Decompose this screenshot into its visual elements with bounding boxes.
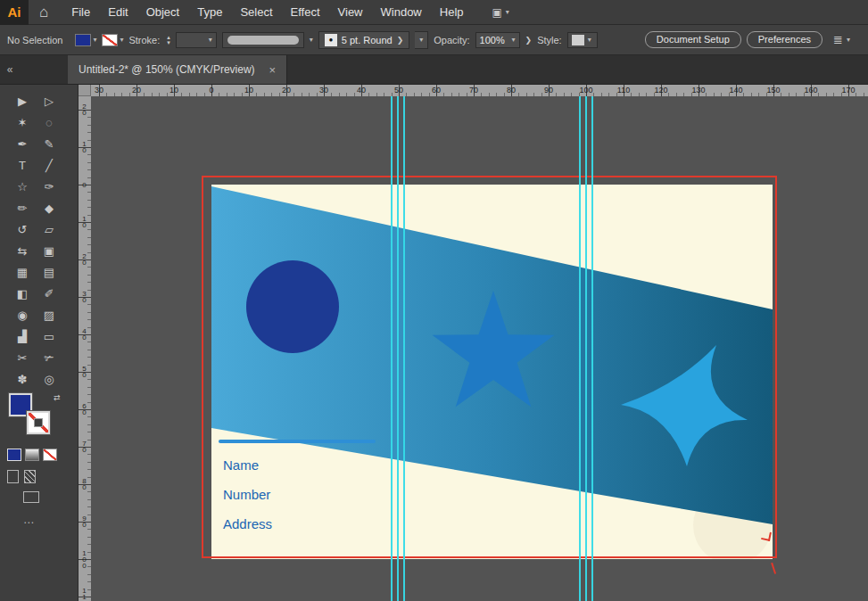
type-tool[interactable]: T bbox=[9, 154, 36, 176]
home-icon[interactable]: ⌂ bbox=[39, 4, 48, 21]
artboard-text-number: Number bbox=[223, 487, 270, 502]
stroke-color-picker[interactable]: ▾ bbox=[102, 34, 123, 46]
h-ruler-label: 20 bbox=[282, 86, 291, 95]
blend-tool[interactable]: ◉ bbox=[9, 304, 36, 325]
pencil-tool[interactable]: ✏ bbox=[9, 197, 36, 218]
align-options[interactable]: ≣ ▾ bbox=[833, 33, 850, 46]
horizontal-ruler[interactable]: 3020100102030405060708090100110120130140… bbox=[79, 85, 868, 96]
style-label: Style: bbox=[537, 35, 562, 45]
more-tools-icon[interactable]: ⋯ bbox=[23, 516, 36, 529]
menu-edit[interactable]: Edit bbox=[99, 0, 136, 25]
v-ruler-label: 5 0 bbox=[79, 366, 90, 378]
hand-tool[interactable]: ✽ bbox=[9, 368, 36, 390]
artboard[interactable]: NameNumberAddress bbox=[211, 185, 773, 559]
menu-object[interactable]: Object bbox=[137, 0, 189, 25]
shape-builder-tool[interactable]: ▣ bbox=[36, 240, 62, 261]
stroke-weight-stepper[interactable]: ▴ ▾ bbox=[167, 35, 170, 45]
opacity-label: Opacity: bbox=[434, 35, 469, 45]
menu-file[interactable]: File bbox=[62, 0, 99, 25]
zoom-tool[interactable]: ◎ bbox=[36, 368, 62, 390]
workspace-switcher[interactable]: ▣ ▾ bbox=[492, 6, 509, 19]
chevron-right-icon: ❯ bbox=[525, 36, 533, 45]
slice-tool[interactable]: ✂ bbox=[9, 347, 36, 368]
gradient-button[interactable] bbox=[25, 449, 39, 461]
none-button[interactable] bbox=[43, 449, 57, 461]
chevron-right-icon: ❯ bbox=[397, 36, 404, 45]
line-segment-tool[interactable]: ╱ bbox=[36, 154, 62, 176]
menu-items: FileEditObjectTypeSelectEffectViewWindow… bbox=[62, 0, 472, 25]
variable-width-profile-dropdown[interactable] bbox=[222, 32, 304, 48]
rotate-tool[interactable]: ↺ bbox=[9, 218, 36, 240]
app-logo-icon[interactable]: Ai bbox=[0, 0, 29, 25]
chevron-down-icon: ▾ bbox=[588, 36, 591, 44]
gradient-tool[interactable]: ◧ bbox=[9, 283, 36, 304]
tools-grid: ▶▷✶◌✒✎T╱☆✑✏◆↺▱⇆▣▦▤◧✐◉▨▟▭✂✃✽◎ bbox=[0, 85, 78, 390]
eyedropper-tool[interactable]: ✐ bbox=[36, 283, 62, 304]
width-tool[interactable]: ⇆ bbox=[9, 240, 36, 261]
document-setup-button[interactable]: Document Setup bbox=[645, 31, 741, 48]
knife-tool[interactable]: ✃ bbox=[36, 347, 62, 368]
shape-tool[interactable]: ☆ bbox=[9, 176, 36, 197]
artwork-shapes bbox=[211, 185, 773, 559]
draw-behind-button[interactable] bbox=[24, 470, 36, 483]
stroke-weight-dropdown[interactable]: ▾ bbox=[176, 32, 217, 48]
brush-dropdown-button[interactable]: ▾ bbox=[415, 31, 428, 49]
perspective-grid-tool[interactable]: ▦ bbox=[9, 261, 36, 283]
v-ruler-label: 3 0 bbox=[79, 291, 90, 303]
column-graph-tool[interactable]: ▟ bbox=[9, 325, 36, 347]
vertical-ruler[interactable]: 2 01 001 02 03 04 05 06 07 08 09 01 0 01… bbox=[79, 96, 91, 601]
menu-window[interactable]: Window bbox=[372, 0, 431, 25]
ruler-corner[interactable] bbox=[79, 85, 91, 96]
tools-panel: ▶▷✶◌✒✎T╱☆✑✏◆↺▱⇆▣▦▤◧✐◉▨▟▭✂✃✽◎ ⇄ ⋯ bbox=[0, 85, 79, 601]
v-ruler-label: 4 0 bbox=[79, 328, 90, 341]
curvature-tool[interactable]: ✎ bbox=[36, 133, 62, 154]
mesh-tool[interactable]: ▤ bbox=[36, 261, 62, 283]
canvas[interactable]: NameNumberAddress bbox=[91, 96, 868, 601]
symbol-sprayer-tool[interactable]: ▨ bbox=[36, 304, 62, 325]
menu-help[interactable]: Help bbox=[431, 0, 473, 25]
artboard-tool[interactable]: ▭ bbox=[36, 325, 62, 347]
v-ruler-label: 8 0 bbox=[79, 478, 90, 490]
fill-color-picker[interactable]: ▾ bbox=[75, 34, 96, 46]
collapse-panel-icon[interactable]: « bbox=[0, 55, 20, 84]
eraser-tool[interactable]: ◆ bbox=[36, 197, 62, 218]
color-mode-row bbox=[7, 449, 57, 461]
illustrator-window: Ai ⌂ FileEditObjectTypeSelectEffectViewW… bbox=[0, 0, 868, 601]
menu-view[interactable]: View bbox=[329, 0, 372, 25]
direct-selection-tool[interactable]: ▷ bbox=[36, 90, 62, 111]
menu-select[interactable]: Select bbox=[231, 0, 281, 25]
stroke-color-indicator[interactable] bbox=[27, 411, 50, 434]
v-ruler-label: 1 0 bbox=[79, 216, 90, 228]
scale-tool[interactable]: ▱ bbox=[36, 218, 62, 240]
brush-definition-dropdown[interactable]: ● 5 pt. Round ❯ bbox=[318, 31, 409, 49]
screen-mode-button[interactable] bbox=[23, 491, 39, 503]
circle-shape[interactable] bbox=[246, 260, 339, 353]
graphic-style-dropdown[interactable]: ▾ bbox=[567, 32, 598, 48]
step-down-icon[interactable]: ▾ bbox=[167, 40, 170, 45]
close-icon[interactable]: × bbox=[269, 63, 277, 77]
color-button[interactable] bbox=[7, 449, 21, 461]
menu-effect[interactable]: Effect bbox=[282, 0, 329, 25]
h-ruler-label: 100 bbox=[579, 86, 592, 95]
v-ruler-label: 6 0 bbox=[79, 403, 90, 416]
h-ruler-label: 170 bbox=[841, 86, 855, 95]
chevron-down-icon: ▾ bbox=[512, 36, 516, 44]
v-ruler-label: 1 1 0 bbox=[79, 588, 90, 601]
fill-swatch[interactable] bbox=[75, 34, 91, 46]
paintbrush-tool[interactable]: ✑ bbox=[36, 176, 62, 197]
chevron-down-icon: ▾ bbox=[120, 36, 123, 44]
divider-line-shape[interactable] bbox=[219, 440, 376, 443]
document-tab[interactable]: Untitled-2* @ 150% (CMYK/Preview) × bbox=[68, 55, 287, 84]
stroke-swatch[interactable] bbox=[102, 34, 118, 46]
opacity-input[interactable]: 100% ▾ bbox=[475, 32, 520, 48]
draw-normal-button[interactable] bbox=[7, 470, 19, 483]
h-ruler-label: 110 bbox=[617, 86, 630, 95]
menu-type[interactable]: Type bbox=[188, 0, 231, 25]
pen-tool[interactable]: ✒ bbox=[9, 133, 36, 154]
control-bar: No Selection ▾ ▾ Stroke: ▴ ▾ ▾ ▾ ● 5 pt.… bbox=[0, 25, 868, 55]
selection-tool[interactable]: ▶ bbox=[9, 90, 36, 111]
preferences-button[interactable]: Preferences bbox=[747, 31, 823, 48]
swap-fill-stroke-icon[interactable]: ⇄ bbox=[54, 393, 61, 402]
lasso-tool[interactable]: ◌ bbox=[36, 111, 62, 133]
magic-wand-tool[interactable]: ✶ bbox=[9, 111, 36, 133]
